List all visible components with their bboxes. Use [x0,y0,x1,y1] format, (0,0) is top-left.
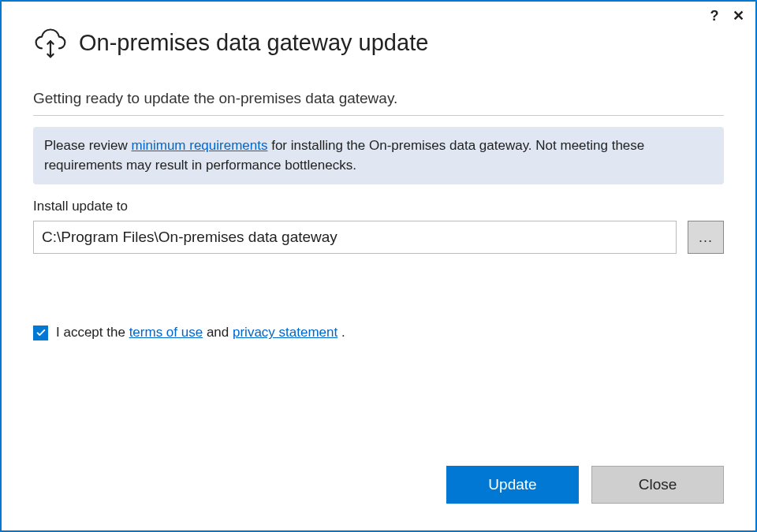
notice-prefix: Please review [44,138,132,153]
ellipsis-icon: ... [699,229,713,246]
accept-terms-row: I accept the terms of use and privacy st… [33,325,724,340]
requirements-notice: Please review minimum requirements for i… [33,127,724,184]
terms-of-use-link[interactable]: terms of use [129,325,203,340]
subtitle-text: Getting ready to update the on-premises … [33,90,724,116]
checkmark-icon [35,327,47,338]
content-area: On-premises data gateway update Getting … [2,2,755,530]
accept-checkbox[interactable] [33,326,48,340]
install-path-input[interactable] [33,221,677,254]
close-icon: ✕ [733,7,744,24]
privacy-statement-link[interactable]: privacy statement [233,325,337,340]
page-title: On-premises data gateway update [79,30,428,56]
close-window-button[interactable]: ✕ [730,8,746,24]
titlebar-controls: ? ✕ [707,8,746,24]
close-button[interactable]: Close [591,466,724,504]
install-path-row: ... [33,221,724,254]
accept-prefix: I accept the [56,325,129,340]
help-button[interactable]: ? [707,8,722,24]
update-button[interactable]: Update [446,466,579,504]
minimum-requirements-link[interactable]: minimum requirements [132,138,268,153]
installer-window: ? ✕ On-premises data gateway update Gett… [0,0,757,532]
help-icon: ? [710,8,719,24]
header: On-premises data gateway update [33,25,724,60]
cloud-sync-icon [33,25,68,60]
browse-button[interactable]: ... [688,221,724,254]
accept-text: I accept the terms of use and privacy st… [56,325,345,340]
footer-buttons: Update Close [33,466,724,507]
install-path-label: Install update to [33,199,724,214]
accept-mid: and [203,325,233,340]
accept-suffix: . [337,325,345,340]
